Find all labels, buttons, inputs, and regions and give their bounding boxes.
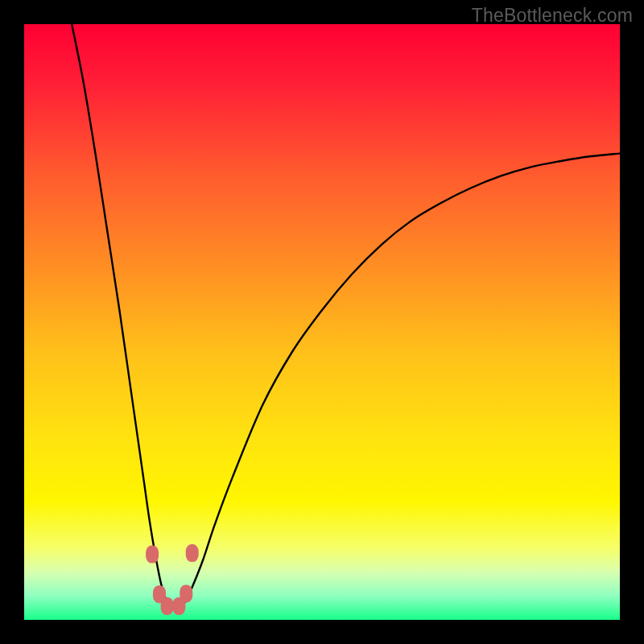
chart-frame [24,24,620,620]
watermark-text: TheBottleneck.com [472,5,633,27]
background-gradient [24,24,620,620]
plot-area [24,24,620,620]
svg-rect-0 [24,24,620,620]
